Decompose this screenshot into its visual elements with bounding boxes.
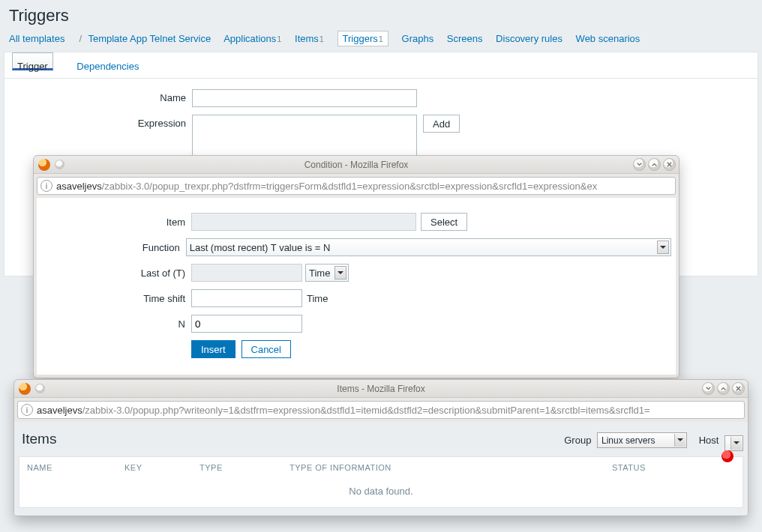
marker-dot-icon (722, 450, 734, 462)
count-badge: 1 (379, 34, 383, 43)
count-badge: 1 (320, 34, 324, 43)
window-title: Items - Mozilla Firefox (14, 384, 748, 394)
window-title: Condition - Mozilla Firefox (34, 160, 679, 170)
col-typeofinfo[interactable]: Type of information (290, 463, 612, 472)
address-bar[interactable]: i asaveljevs/zabbix-3.0/popup_trexpr.php… (37, 177, 676, 195)
firefox-icon (19, 383, 31, 395)
no-data-message: No data found. (20, 478, 742, 507)
url-path: /zabbix-3.0/popup_trexpr.php?dstfrm=trig… (102, 181, 597, 192)
timeshift-label: Time shift (41, 293, 191, 304)
name-input[interactable] (192, 89, 417, 107)
chevron-down-icon (674, 434, 686, 447)
name-label: Name (4, 89, 192, 103)
chevron-down-icon (657, 241, 669, 254)
n-input[interactable] (191, 315, 302, 333)
crumb-applications[interactable]: Applications (224, 33, 276, 44)
add-button[interactable]: Add (423, 115, 460, 133)
items-table: Name Key Type Type of information Status… (19, 456, 743, 508)
crumb-web[interactable]: Web scenarios (576, 33, 640, 44)
maximize-button[interactable] (648, 158, 661, 171)
info-icon: i (21, 404, 33, 416)
lastof-input (191, 264, 302, 282)
group-value: Linux servers (602, 435, 655, 446)
site-identity-icon (55, 160, 64, 169)
crumb-all-templates[interactable]: All templates (9, 33, 64, 44)
select-button[interactable]: Select (421, 213, 467, 231)
items-heading: Items (19, 426, 59, 455)
url-path: /zabbix-3.0/popup.php?writeonly=1&dstfrm… (82, 405, 650, 416)
timeshift-input[interactable] (191, 289, 302, 307)
crumb-graphs[interactable]: Graphs (402, 33, 434, 44)
close-button[interactable] (732, 382, 745, 395)
chevron-down-icon (334, 266, 346, 279)
address-bar[interactable]: i asaveljevs/zabbix-3.0/popup.php?writeo… (17, 401, 745, 419)
info-icon: i (40, 180, 52, 192)
crumb-template[interactable]: Template App Telnet Service (88, 33, 211, 44)
group-select[interactable]: Linux servers (597, 432, 687, 448)
window-titlebar: Items - Mozilla Firefox (14, 380, 748, 398)
url-host: asaveljevs (56, 181, 102, 192)
function-label: Function (41, 242, 186, 253)
item-label: Item (41, 217, 191, 228)
group-label: Group (564, 435, 591, 446)
timeshift-unit: Time (307, 293, 328, 304)
maximize-button[interactable] (717, 382, 730, 395)
crumb-triggers[interactable]: Triggers (343, 33, 378, 44)
n-label: N (41, 318, 191, 330)
site-identity-icon (35, 384, 45, 393)
col-type[interactable]: Type (200, 463, 290, 472)
chevron-down-icon (730, 437, 742, 450)
lastof-unit-select[interactable]: Time (305, 264, 349, 282)
page-title: Triggers (0, 0, 762, 30)
col-name[interactable]: Name (27, 463, 124, 472)
function-value: Last (most recent) T value is = N (190, 242, 331, 253)
url-host: asaveljevs (37, 405, 82, 416)
crumb-discovery[interactable]: Discovery rules (496, 33, 562, 44)
item-input (191, 213, 416, 231)
col-key[interactable]: Key (124, 463, 200, 472)
crumb-screens[interactable]: Screens (447, 33, 483, 44)
crumb-items[interactable]: Items (295, 33, 319, 44)
count-badge: 1 (277, 34, 281, 43)
function-select[interactable]: Last (most recent) T value is = N (186, 238, 671, 256)
window-titlebar: Condition - Mozilla Firefox (34, 156, 679, 174)
lastof-label: Last of (T) (41, 267, 191, 279)
expression-input[interactable] (192, 115, 417, 158)
cancel-button[interactable]: Cancel (242, 340, 291, 358)
tab-trigger[interactable]: Trigger (12, 52, 53, 70)
tab-dependencies[interactable]: Dependencies (72, 53, 143, 78)
expression-label: Expression (4, 115, 192, 129)
lastof-unit-value: Time (309, 267, 330, 279)
close-button[interactable] (663, 158, 676, 171)
minimize-button[interactable] (702, 382, 715, 395)
breadcrumb: All templates/ Template App Telnet Servi… (0, 30, 762, 52)
host-select[interactable] (724, 435, 743, 451)
firefox-icon (38, 159, 50, 171)
minimize-button[interactable] (633, 158, 646, 171)
host-label: Host (699, 435, 719, 446)
col-status[interactable]: Status (612, 463, 717, 472)
insert-button[interactable]: Insert (191, 340, 236, 358)
